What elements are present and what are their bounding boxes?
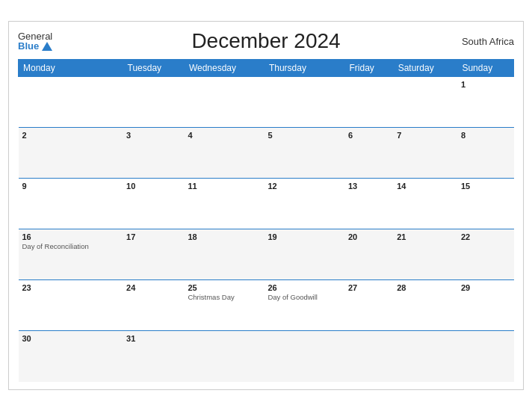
day-number: 23 — [22, 283, 120, 292]
calendar-header: General Blue December 2024 South Africa — [18, 29, 514, 53]
calendar-cell: 12 — [264, 179, 344, 229]
calendar-cell — [184, 331, 264, 382]
calendar-cell: 17 — [123, 229, 184, 280]
calendar-cell: 31 — [123, 331, 184, 382]
day-number: 25 — [188, 283, 260, 292]
calendar-cell: 11 — [184, 179, 264, 229]
header-monday: Monday — [19, 60, 123, 77]
calendar-cell — [344, 77, 393, 128]
calendar-cell: 10 — [123, 179, 184, 229]
calendar-cell: 1 — [457, 77, 514, 128]
day-number: 30 — [22, 334, 120, 343]
calendar-cell: 26Day of Goodwill — [264, 280, 344, 331]
calendar-week-row: 3031 — [19, 331, 514, 382]
calendar-cell: 7 — [393, 128, 457, 179]
day-number: 29 — [461, 283, 510, 292]
calendar-cell: 16Day of Reconciliation — [19, 229, 123, 280]
day-number: 14 — [397, 182, 454, 191]
day-number: 3 — [126, 131, 180, 140]
day-number: 7 — [397, 131, 454, 140]
day-number: 27 — [348, 283, 389, 292]
calendar-cell: 9 — [19, 179, 123, 229]
day-number: 11 — [188, 182, 260, 191]
day-number: 13 — [348, 182, 389, 191]
calendar-cell: 4 — [184, 128, 264, 179]
calendar-cell: 13 — [344, 179, 393, 229]
day-number: 20 — [348, 232, 389, 241]
calendar-cell — [393, 331, 457, 382]
calendar-cell: 22 — [457, 229, 514, 280]
day-number: 24 — [126, 283, 180, 292]
calendar-cell: 28 — [393, 280, 457, 331]
calendar-week-row: 232425Christmas Day26Day of Goodwill2728… — [19, 280, 514, 331]
calendar-cell: 3 — [123, 128, 184, 179]
day-number: 16 — [22, 232, 120, 241]
day-number: 15 — [461, 182, 510, 191]
calendar-cell: 27 — [344, 280, 393, 331]
calendar-week-row: 16Day of Reconciliation171819202122 — [19, 229, 514, 280]
calendar-week-row: 2345678 — [19, 128, 514, 179]
header-friday: Friday — [344, 60, 393, 77]
calendar-cell: 20 — [344, 229, 393, 280]
day-event: Christmas Day — [188, 293, 260, 302]
calendar-cell — [123, 77, 184, 128]
calendar-cell — [457, 331, 514, 382]
calendar-cell: 15 — [457, 179, 514, 229]
calendar-cell: 14 — [393, 179, 457, 229]
calendar-cell: 21 — [393, 229, 457, 280]
calendar-title: December 2024 — [191, 29, 340, 53]
calendar-cell — [264, 77, 344, 128]
day-number: 22 — [461, 232, 510, 241]
calendar-week-row: 9101112131415 — [19, 179, 514, 229]
day-number: 5 — [267, 131, 341, 140]
weekday-header-row: Monday Tuesday Wednesday Thursday Friday… — [19, 60, 514, 77]
day-number: 17 — [126, 232, 180, 241]
day-number: 19 — [267, 232, 341, 241]
calendar-cell: 25Christmas Day — [184, 280, 264, 331]
calendar-cell — [184, 77, 264, 128]
country-label: South Africa — [462, 36, 514, 47]
day-number: 21 — [397, 232, 454, 241]
day-number: 6 — [348, 131, 389, 140]
calendar-cell — [393, 77, 457, 128]
logo-blue-text: Blue — [18, 41, 52, 51]
logo: General Blue — [18, 31, 52, 51]
calendar-week-row: 1 — [19, 77, 514, 128]
header-wednesday: Wednesday — [184, 60, 264, 77]
day-number: 10 — [126, 182, 180, 191]
logo-triangle-icon — [42, 42, 52, 51]
day-number: 18 — [188, 232, 260, 241]
day-number: 28 — [397, 283, 454, 292]
calendar-cell — [19, 77, 123, 128]
day-event: Day of Reconciliation — [22, 242, 120, 251]
calendar-cell: 29 — [457, 280, 514, 331]
day-number: 1 — [461, 80, 510, 89]
calendar-grid: Monday Tuesday Wednesday Thursday Friday… — [18, 59, 514, 382]
calendar-cell: 18 — [184, 229, 264, 280]
calendar-cell: 6 — [344, 128, 393, 179]
day-number: 2 — [22, 131, 120, 140]
calendar-cell: 19 — [264, 229, 344, 280]
calendar-cell — [264, 331, 344, 382]
header-tuesday: Tuesday — [123, 60, 184, 77]
day-number: 12 — [267, 182, 341, 191]
day-number: 26 — [267, 283, 341, 292]
header-saturday: Saturday — [393, 60, 457, 77]
calendar-cell: 2 — [19, 128, 123, 179]
calendar-cell: 30 — [19, 331, 123, 382]
day-event: Day of Goodwill — [267, 293, 341, 302]
calendar-cell: 8 — [457, 128, 514, 179]
day-number: 31 — [126, 334, 180, 343]
calendar-cell: 5 — [264, 128, 344, 179]
calendar-cell — [344, 331, 393, 382]
header-sunday: Sunday — [457, 60, 514, 77]
calendar-cell: 23 — [19, 280, 123, 331]
header-thursday: Thursday — [264, 60, 344, 77]
day-number: 8 — [461, 131, 510, 140]
calendar-cell: 24 — [123, 280, 184, 331]
day-number: 4 — [188, 131, 260, 140]
day-number: 9 — [22, 182, 120, 191]
calendar-container: General Blue December 2024 South Africa … — [8, 21, 524, 390]
